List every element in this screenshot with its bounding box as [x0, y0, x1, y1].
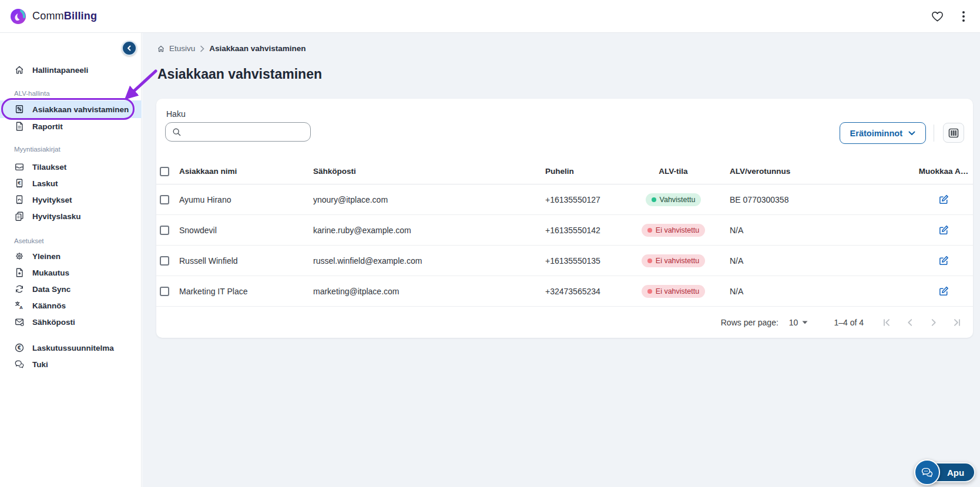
breadcrumb: Etusivu Asiakkaan vahvistaminen — [157, 44, 306, 53]
table-row: Marketing IT Place marketing@itplace.com… — [156, 276, 973, 307]
column-header-name[interactable]: Asiakkaan nimi — [179, 167, 313, 176]
cell-email: russel.winfield@example.com — [313, 256, 545, 266]
toolbar-divider — [934, 125, 934, 142]
rows-per-page-label: Rows per page: — [721, 318, 778, 327]
cell-customer-name: Marketing IT Place — [179, 287, 313, 296]
page-title: Asiakkaan vahvistaminen — [157, 66, 322, 82]
sidebar-item-yleinen[interactable]: Yleinen — [0, 248, 142, 264]
breadcrumb-current: Asiakkaan vahvistaminen — [209, 44, 306, 53]
sidebar-section-myyntiasiakirjat: Myyntiasiakirjat — [0, 145, 142, 154]
main-content: Etusivu Asiakkaan vahvistaminen Asiakkaa… — [142, 33, 980, 487]
row-checkbox[interactable] — [160, 287, 169, 296]
rows-per-page-select[interactable]: 10 — [789, 318, 808, 327]
manage-columns-button[interactable] — [943, 123, 964, 143]
cell-vat-id: N/A — [726, 287, 914, 296]
home-icon — [157, 45, 165, 53]
status-badge: Ei vahvistettu — [642, 224, 705, 237]
sidebar-nav: Hallintapaneeli ALV-hallinta Asiakkaan v… — [0, 33, 142, 372]
column-header-vat-status[interactable]: ALV-tila — [659, 167, 687, 176]
cell-email: ynoury@itplace.com — [313, 195, 545, 204]
table-row: Russell Winfield russel.winfield@example… — [156, 246, 973, 276]
cell-phone: +32473565234 — [545, 287, 620, 296]
sidebar-item-mukautus[interactable]: Mukautus — [0, 264, 142, 281]
last-page-icon[interactable] — [952, 317, 962, 328]
edit-row-button[interactable] — [938, 286, 949, 297]
breadcrumb-home[interactable]: Etusivu — [157, 44, 195, 53]
status-badge: Ei vahvistettu — [642, 285, 705, 298]
svg-text:A: A — [19, 305, 23, 310]
topbar: CommBilling — [0, 0, 980, 33]
row-checkbox[interactable] — [160, 195, 169, 204]
edit-row-button[interactable] — [938, 224, 949, 236]
svg-text:€: € — [17, 345, 21, 351]
status-badge: Ei vahvistettu — [642, 254, 705, 267]
sidebar-item-tuki[interactable]: Tuki — [0, 356, 142, 372]
previous-page-icon[interactable] — [905, 317, 915, 328]
row-checkbox[interactable] — [160, 226, 169, 235]
help-button[interactable]: Apu — [914, 459, 975, 485]
cell-vat-id: N/A — [726, 226, 914, 235]
invoice-euro-icon: € — [14, 178, 25, 189]
search-input[interactable] — [186, 123, 310, 141]
edit-row-button[interactable] — [938, 255, 949, 266]
sidebar-item-kaannos[interactable]: A Käännös — [0, 297, 142, 314]
cell-email: marketing@itplace.com — [313, 287, 545, 296]
status-dot-icon — [647, 228, 652, 233]
cell-vat-id: BE 0770300358 — [726, 195, 914, 204]
favorites-heart-icon[interactable] — [931, 11, 944, 22]
sidebar-section-alv-hallinta: ALV-hallinta — [0, 89, 142, 98]
sidebar-item-sahkoposti[interactable]: Sähköposti — [0, 314, 142, 330]
topbar-actions — [931, 10, 968, 23]
next-page-icon[interactable] — [928, 317, 939, 328]
report-document-icon — [14, 121, 25, 132]
sidebar-item-laskutussuunnitelma[interactable]: € Laskutussuunnitelma — [0, 340, 142, 356]
column-header-vat-id[interactable]: ALV/verotunnus — [726, 167, 914, 176]
first-page-icon[interactable] — [881, 317, 892, 328]
brand-logo[interactable]: CommBilling — [9, 8, 97, 25]
cell-phone: +16135550142 — [545, 226, 620, 235]
kebab-menu-icon[interactable] — [959, 10, 968, 23]
sidebar: Hallintapaneeli ALV-hallinta Asiakkaan v… — [0, 33, 142, 487]
row-checkbox[interactable] — [160, 256, 169, 266]
pagination-nav — [881, 317, 962, 328]
status-dot-icon — [652, 197, 656, 202]
search-box — [165, 122, 311, 142]
brand-name: CommBilling — [32, 10, 97, 22]
column-header-email[interactable]: Sähköposti — [313, 167, 545, 176]
sidebar-item-hallintapaneeli[interactable]: Hallintapaneeli — [0, 62, 142, 78]
customization-document-icon — [14, 267, 25, 278]
brand-mark-icon — [9, 8, 27, 25]
sidebar-item-laskut[interactable]: € Laskut — [0, 175, 142, 192]
sidebar-item-hyvityslasku[interactable]: Hyvityslasku — [0, 208, 142, 224]
edit-pencil-icon — [938, 255, 949, 266]
columns-icon — [948, 127, 959, 139]
column-header-phone[interactable]: Puhelin — [545, 167, 620, 176]
status-badge: Vahvistettu — [646, 193, 702, 206]
sidebar-item-raportit[interactable]: Raportit — [0, 118, 142, 135]
sidebar-item-data-sync[interactable]: Data Sync — [0, 281, 142, 297]
edit-row-button[interactable] — [938, 194, 949, 205]
customer-verification-card: Haku Erätoiminnot Asiakkaan nimi Sähköpo… — [156, 99, 973, 338]
svg-text:€: € — [17, 180, 21, 186]
status-dot-icon — [647, 258, 652, 263]
home-icon — [14, 65, 25, 75]
table-row: Ayumu Hirano ynoury@itplace.com +1613555… — [156, 184, 973, 215]
sidebar-item-tilaukset[interactable]: Tilaukset — [0, 159, 142, 175]
column-header-edit[interactable]: Muokkaa A… — [919, 167, 968, 176]
sync-icon — [14, 284, 25, 294]
vat-check-receipt-icon — [14, 104, 25, 115]
sidebar-item-asiakkaan-vahvistaminen[interactable]: Asiakkaan vahvistaminen — [0, 100, 142, 118]
cell-customer-name: Snowdevil — [179, 226, 313, 235]
translate-icon: A — [14, 300, 25, 311]
edit-pencil-icon — [938, 224, 949, 236]
euro-circle-icon: € — [14, 342, 25, 353]
sidebar-item-hyvitykset[interactable]: Hyvitykset — [0, 192, 142, 208]
support-chat-icon — [14, 359, 25, 370]
edit-pencil-icon — [938, 286, 949, 297]
select-all-checkbox[interactable] — [160, 167, 169, 176]
orders-inbox-icon — [14, 162, 25, 172]
credit-note-copy-icon — [14, 211, 25, 221]
bulk-actions-button[interactable]: Erätoiminnot — [840, 122, 926, 144]
email-settings-icon — [14, 317, 25, 327]
pagination-bar: Rows per page: 10 1–4 of 4 — [156, 307, 973, 338]
